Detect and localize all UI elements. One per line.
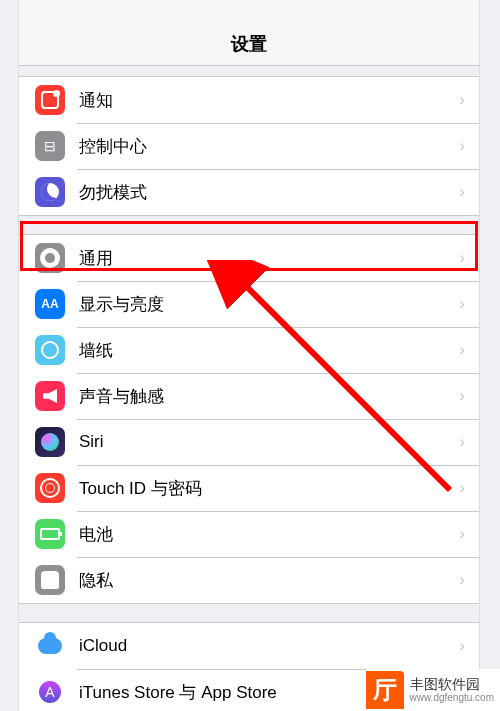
row-battery[interactable]: 电池 ›	[19, 511, 479, 557]
chevron-right-icon: ›	[459, 478, 479, 498]
group-general: 通用 › AA 显示与亮度 › 墙纸 › 声音与触感 › Siri ›	[19, 234, 479, 604]
chevron-right-icon: ›	[459, 294, 479, 314]
chevron-right-icon: ›	[459, 136, 479, 156]
row-label: 勿扰模式	[79, 181, 459, 204]
row-label: 电池	[79, 523, 459, 546]
row-label: Siri	[79, 432, 459, 452]
row-control-center[interactable]: ⊟ 控制中心 ›	[19, 123, 479, 169]
watermark-logo-icon: 厅	[366, 671, 404, 709]
gear-icon	[35, 243, 65, 273]
group-notifications: 通知 › ⊟ 控制中心 › 勿扰模式 ›	[19, 76, 479, 216]
chevron-right-icon: ›	[459, 90, 479, 110]
row-label: 通知	[79, 89, 459, 112]
chevron-right-icon: ›	[459, 340, 479, 360]
speaker-icon	[35, 381, 65, 411]
status-bar	[19, 0, 479, 22]
row-do-not-disturb[interactable]: 勿扰模式 ›	[19, 169, 479, 215]
row-label: 声音与触感	[79, 385, 459, 408]
cloud-icon	[35, 631, 65, 661]
watermark-brand: 丰图软件园	[410, 676, 495, 693]
row-notifications[interactable]: 通知 ›	[19, 77, 479, 123]
page-title: 设置	[231, 32, 267, 56]
row-label: 控制中心	[79, 135, 459, 158]
appstore-icon: A	[35, 677, 65, 707]
chevron-right-icon: ›	[459, 570, 479, 590]
settings-list[interactable]: 通知 › ⊟ 控制中心 › 勿扰模式 › 通用 › AA 显示与亮度	[19, 66, 479, 711]
chevron-right-icon: ›	[459, 432, 479, 452]
row-touch-id[interactable]: Touch ID 与密码 ›	[19, 465, 479, 511]
row-display-brightness[interactable]: AA 显示与亮度 ›	[19, 281, 479, 327]
chevron-right-icon: ›	[459, 636, 479, 656]
notifications-icon	[35, 85, 65, 115]
row-wallpaper[interactable]: 墙纸 ›	[19, 327, 479, 373]
battery-icon	[35, 519, 65, 549]
nav-bar: 设置	[19, 22, 479, 66]
control-center-icon: ⊟	[35, 131, 65, 161]
hand-icon	[35, 565, 65, 595]
siri-icon	[35, 427, 65, 457]
watermark: 厅 丰图软件园 www.dgfengtu.com	[366, 669, 501, 711]
row-label: 通用	[79, 247, 459, 270]
chevron-right-icon: ›	[459, 386, 479, 406]
row-label: 墙纸	[79, 339, 459, 362]
chevron-right-icon: ›	[459, 524, 479, 544]
chevron-right-icon: ›	[459, 182, 479, 202]
watermark-url: www.dgfengtu.com	[410, 692, 495, 704]
row-label: iCloud	[79, 636, 459, 656]
moon-icon	[35, 177, 65, 207]
row-label: Touch ID 与密码	[79, 477, 459, 500]
row-privacy[interactable]: 隐私 ›	[19, 557, 479, 603]
display-icon: AA	[35, 289, 65, 319]
row-label: 隐私	[79, 569, 459, 592]
row-siri[interactable]: Siri ›	[19, 419, 479, 465]
row-icloud[interactable]: iCloud ›	[19, 623, 479, 669]
chevron-right-icon: ›	[459, 248, 479, 268]
row-label: 显示与亮度	[79, 293, 459, 316]
fingerprint-icon	[35, 473, 65, 503]
row-general[interactable]: 通用 ›	[19, 235, 479, 281]
row-sounds[interactable]: 声音与触感 ›	[19, 373, 479, 419]
device-frame: 设置 通知 › ⊟ 控制中心 › 勿扰模式 › 通用 ›	[18, 0, 480, 711]
wallpaper-icon	[35, 335, 65, 365]
